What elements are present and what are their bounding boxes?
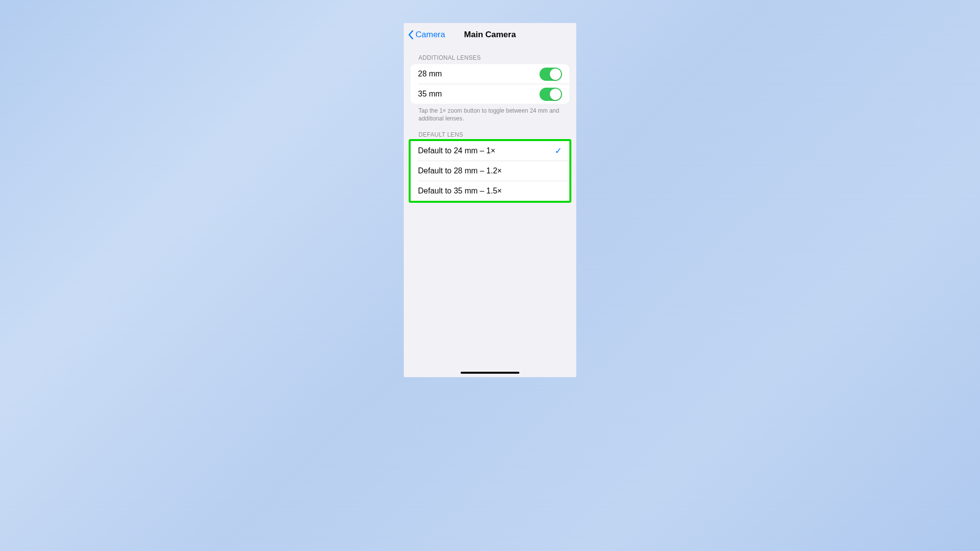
content: ADDITIONAL LENSES 28 mm 35 mm Tap the 1×…: [404, 46, 576, 377]
section-header-default-lens: DEFAULT LENS: [411, 131, 569, 138]
row-label: Default to 35 mm – 1.5×: [418, 187, 502, 195]
row-default-28mm[interactable]: Default to 28 mm – 1.2×: [411, 161, 569, 181]
row-28mm[interactable]: 28 mm: [411, 64, 569, 84]
section-header-additional-lenses: ADDITIONAL LENSES: [411, 54, 569, 61]
row-default-35mm[interactable]: Default to 35 mm – 1.5×: [411, 181, 569, 201]
row-label: 28 mm: [418, 70, 442, 78]
back-label: Camera: [416, 30, 445, 40]
home-indicator[interactable]: [461, 372, 519, 374]
chevron-left-icon: [408, 30, 414, 40]
section-footer-additional-lenses: Tap the 1× zoom button to toggle between…: [411, 104, 569, 122]
navigation-bar: Camera Main Camera: [404, 24, 576, 46]
group-default-lens: Default to 24 mm – 1× ✓ Default to 28 mm…: [411, 141, 569, 201]
checkmark-icon: ✓: [555, 145, 562, 156]
highlight-box: Default to 24 mm – 1× ✓ Default to 28 mm…: [409, 139, 571, 203]
switch-28mm[interactable]: [539, 68, 562, 81]
row-default-24mm[interactable]: Default to 24 mm – 1× ✓: [411, 141, 569, 161]
row-label: Default to 28 mm – 1.2×: [418, 167, 502, 175]
row-label: 35 mm: [418, 90, 442, 98]
settings-screen: Camera Main Camera ADDITIONAL LENSES 28 …: [404, 23, 576, 377]
switch-35mm[interactable]: [539, 88, 562, 101]
row-label: Default to 24 mm – 1×: [418, 146, 495, 155]
row-35mm[interactable]: 35 mm: [411, 84, 569, 104]
group-additional-lenses: 28 mm 35 mm: [411, 64, 569, 104]
back-button[interactable]: Camera: [408, 30, 445, 40]
